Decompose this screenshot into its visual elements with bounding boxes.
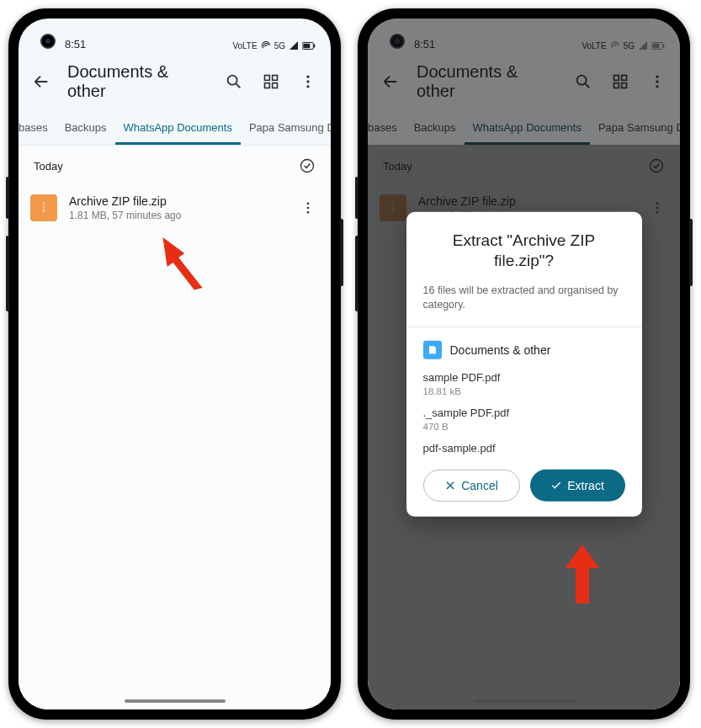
dialog-file-size: 18.81 kB — [423, 386, 625, 396]
svg-point-14 — [307, 211, 310, 214]
cancel-label: Cancel — [461, 479, 498, 492]
dialog-category-label: Documents & other — [450, 343, 551, 357]
svg-point-12 — [307, 202, 310, 205]
extract-dialog: Extract "Archive ZIP file.zip"? 16 files… — [406, 211, 642, 516]
file-more-icon[interactable] — [297, 197, 319, 219]
lte-indicator: VoLTE — [232, 41, 257, 50]
phone-right: 8:51 VoLTE 5G Documents & other — [358, 8, 690, 720]
dialog-category: Documents & other — [423, 341, 625, 359]
file-name: Archive ZIP file.zip — [69, 194, 285, 208]
svg-rect-5 — [273, 76, 278, 81]
tab-bases[interactable]: bases — [19, 111, 56, 145]
svg-point-8 — [306, 76, 309, 78]
camera-cutout — [40, 34, 56, 49]
zip-file-icon — [30, 194, 57, 221]
signal-icon — [289, 40, 299, 50]
cancel-button[interactable]: Cancel — [423, 470, 520, 502]
extract-label: Extract — [567, 479, 604, 492]
dialog-file-name: pdf-sample.pdf — [423, 442, 625, 454]
page-title: Documents & other — [67, 62, 208, 101]
dialog-file-name: ._sample PDF.pdf — [423, 407, 625, 419]
svg-rect-4 — [265, 76, 270, 81]
dialog-file-item: pdf-sample.pdf — [423, 442, 625, 454]
dialog-subtitle: 16 files will be extracted and organised… — [423, 284, 625, 313]
phone-left: 8:51 VoLTE 5G Documents & other — [8, 8, 341, 720]
annotation-arrow-2 — [561, 545, 603, 603]
power-button[interactable] — [689, 219, 693, 286]
extract-button[interactable]: Extract — [530, 470, 625, 502]
divider — [406, 327, 642, 327]
file-meta: Archive ZIP file.zip 1.81 MB, 57 minutes… — [69, 194, 285, 221]
status-bar: 8:51 VoLTE 5G — [19, 19, 331, 52]
screen: 8:51 VoLTE 5G Documents & other — [368, 19, 680, 709]
volume-down-button[interactable] — [6, 236, 9, 311]
5g-indicator: 5G — [274, 41, 285, 50]
svg-point-11 — [301, 160, 314, 173]
dialog-file-name: sample PDF.pdf — [423, 371, 625, 384]
check-icon — [550, 480, 562, 492]
dialog-title: Extract "Archive ZIP file.zip"? — [423, 230, 625, 271]
select-all-icon[interactable] — [299, 157, 316, 174]
svg-rect-7 — [273, 83, 278, 88]
search-icon[interactable] — [223, 71, 245, 93]
dialog-file-size: 470 B — [423, 422, 625, 432]
dialog-buttons: Cancel Extract — [423, 470, 625, 502]
svg-rect-2 — [303, 43, 310, 47]
grid-view-icon[interactable] — [260, 71, 282, 93]
section-label: Today — [34, 160, 63, 173]
annotation-arrow-1 — [162, 233, 204, 292]
svg-point-3 — [228, 76, 237, 85]
svg-rect-6 — [265, 83, 270, 88]
more-icon[interactable] — [297, 71, 319, 93]
tab-backups[interactable]: Backups — [56, 111, 115, 145]
dialog-file-item: sample PDF.pdf 18.81 kB — [423, 371, 625, 396]
volume-up-button[interactable] — [355, 177, 358, 219]
svg-point-13 — [307, 207, 310, 210]
dialog-file-item: ._sample PDF.pdf 470 B — [423, 407, 625, 432]
close-icon — [444, 480, 456, 492]
back-icon[interactable] — [30, 71, 52, 93]
battery-icon — [302, 41, 316, 50]
app-bar: Documents & other — [19, 52, 331, 111]
tab-bar: bases Backups WhatsApp Documents Papa Sa… — [19, 111, 331, 146]
file-list: Today Archive ZIP file.zip 1.81 MB, 57 m… — [19, 146, 331, 709]
volume-up-button[interactable] — [6, 177, 9, 219]
svg-rect-1 — [314, 44, 315, 47]
screen: 8:51 VoLTE 5G Documents & other — [19, 19, 331, 709]
tab-papa-samsung[interactable]: Papa Samsung Do — [241, 111, 331, 145]
tab-whatsapp-documents[interactable]: WhatsApp Documents — [115, 111, 241, 145]
power-button[interactable] — [340, 219, 343, 286]
status-icons: VoLTE 5G — [232, 40, 316, 50]
svg-point-10 — [306, 85, 309, 88]
file-subtitle: 1.81 MB, 57 minutes ago — [69, 210, 285, 221]
file-item[interactable]: Archive ZIP file.zip 1.81 MB, 57 minutes… — [19, 186, 331, 230]
clock: 8:51 — [65, 38, 86, 50]
document-category-icon — [423, 341, 442, 359]
section-header: Today — [19, 146, 331, 186]
gesture-bar[interactable] — [125, 699, 226, 703]
svg-point-9 — [306, 80, 309, 82]
volume-down-button[interactable] — [355, 236, 358, 311]
hotspot-icon — [261, 40, 271, 50]
